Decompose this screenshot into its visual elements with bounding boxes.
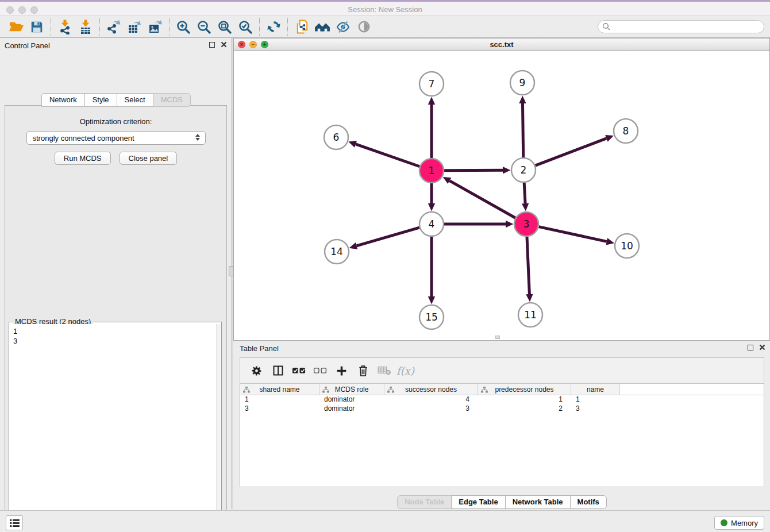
tab-network[interactable]: Network xyxy=(41,93,85,107)
memory-button[interactable]: Memory xyxy=(714,516,764,530)
svg-text:10: 10 xyxy=(621,240,633,252)
tab-edge-table[interactable]: Edge Table xyxy=(451,495,505,509)
column-header-predecessor-nodes[interactable]: predecessor nodes xyxy=(478,384,571,395)
table-row[interactable]: 3dominator323 xyxy=(240,404,764,414)
tab-network-table[interactable]: Network Table xyxy=(505,495,571,509)
float-panel-icon[interactable] xyxy=(209,42,215,48)
cell-predecessor-nodes[interactable]: 1 xyxy=(478,395,571,404)
column-visibility-icon[interactable] xyxy=(267,360,288,381)
optimization-criterion-label: Optimization criterion: xyxy=(5,117,226,126)
mcds-result-text[interactable]: 1 3 xyxy=(10,324,216,532)
toolbar-separator xyxy=(287,18,288,36)
graph-node-3[interactable]: 3 xyxy=(514,212,538,236)
copy-view-icon[interactable] xyxy=(291,18,312,36)
graph-node-14[interactable]: 14 xyxy=(325,240,349,264)
column-type-icon xyxy=(481,387,488,393)
tab-motifs[interactable]: Motifs xyxy=(570,495,607,509)
graph-edge-2-3[interactable] xyxy=(524,183,525,203)
graph-edge-1-2[interactable] xyxy=(444,170,503,171)
graph-edge-3-11[interactable] xyxy=(527,237,529,294)
cell-successor-nodes[interactable]: 3 xyxy=(384,404,478,414)
svg-text:6: 6 xyxy=(333,132,340,143)
svg-text:9: 9 xyxy=(519,77,526,88)
graph-edge-2-8[interactable] xyxy=(536,138,607,165)
result-scrollbar[interactable] xyxy=(216,324,221,532)
dropdown-stepper-icon xyxy=(195,134,200,141)
network-canvas[interactable]: 7968124314101511 xyxy=(234,51,769,340)
run-mcds-button[interactable]: Run MCDS xyxy=(55,152,111,165)
node-table: shared nameMCDS rolesuccessor nodesprede… xyxy=(240,384,764,487)
graph-edge-4-14[interactable] xyxy=(357,228,419,246)
search-input[interactable] xyxy=(598,20,764,33)
home-layout-icon[interactable] xyxy=(312,18,333,36)
graph-edge-1-6[interactable] xyxy=(356,144,419,167)
network-title: scc.txt xyxy=(234,40,769,49)
hide-selected-icon[interactable] xyxy=(333,18,353,36)
close-panel-icon[interactable] xyxy=(221,41,227,48)
table-row[interactable]: 1dominator411 xyxy=(240,395,764,404)
svg-text:14: 14 xyxy=(330,246,343,257)
svg-text:3: 3 xyxy=(523,218,530,230)
table-panel-header: Table Panel xyxy=(233,341,770,356)
add-column-icon[interactable] xyxy=(331,360,352,381)
network-graph[interactable]: 7968124314101511 xyxy=(234,51,770,340)
optimization-criterion-select[interactable]: strongly connected component xyxy=(26,131,206,145)
close-panel-button[interactable]: Close panel xyxy=(120,152,178,165)
close-table-panel-icon[interactable] xyxy=(759,344,765,350)
svg-text:7: 7 xyxy=(429,78,435,90)
cell-shared-name[interactable]: 3 xyxy=(240,404,319,414)
graph-node-4[interactable]: 4 xyxy=(419,212,444,236)
table-body: 1dominator4113dominator323 xyxy=(240,395,764,414)
column-header-MCDS-role[interactable]: MCDS role xyxy=(319,384,384,395)
zoom-out-icon[interactable] xyxy=(194,18,214,36)
import-table-icon[interactable] xyxy=(75,18,96,36)
memory-label: Memory xyxy=(731,519,758,527)
cell-MCDS-role[interactable]: dominator xyxy=(319,404,384,414)
column-header-shared-name[interactable]: shared name xyxy=(240,384,319,395)
save-session-icon[interactable] xyxy=(26,18,47,36)
graph-node-2[interactable]: 2 xyxy=(511,158,536,182)
import-network-icon[interactable] xyxy=(55,18,75,36)
graph-node-6[interactable]: 6 xyxy=(324,125,348,149)
column-header-successor-nodes[interactable]: successor nodes xyxy=(384,384,478,395)
tab-style[interactable]: Style xyxy=(84,93,117,107)
deselect-all-icon[interactable] xyxy=(310,360,331,381)
graph-node-9[interactable]: 9 xyxy=(510,71,534,95)
refresh-view-icon[interactable] xyxy=(263,18,284,36)
graph-node-7[interactable]: 7 xyxy=(419,72,444,96)
control-panel: Control Panel NetworkStyleSelectMCDS Opt… xyxy=(0,38,232,509)
export-network-icon[interactable] xyxy=(103,18,124,36)
delete-column-trash-icon[interactable] xyxy=(352,360,374,381)
cell-shared-name[interactable]: 1 xyxy=(240,395,319,404)
graph-node-11[interactable]: 11 xyxy=(518,303,542,327)
zoom-selected-icon[interactable] xyxy=(235,18,256,36)
graph-node-8[interactable]: 8 xyxy=(614,119,638,143)
cell-name[interactable]: 3 xyxy=(571,404,620,414)
cell-name[interactable]: 1 xyxy=(571,395,620,404)
select-all-icon[interactable] xyxy=(288,360,310,381)
float-table-panel-icon[interactable] xyxy=(748,345,753,350)
export-image-icon[interactable] xyxy=(145,18,165,36)
cell-MCDS-role[interactable]: dominator xyxy=(319,395,384,404)
graph-node-10[interactable]: 10 xyxy=(615,234,639,258)
export-table-icon[interactable] xyxy=(124,18,145,36)
zoom-in-icon[interactable] xyxy=(173,18,194,36)
session-title: Session: New Session xyxy=(0,5,770,14)
tab-node-table[interactable]: Node Table xyxy=(397,495,452,509)
cell-successor-nodes[interactable]: 4 xyxy=(384,395,478,404)
open-session-icon[interactable] xyxy=(6,18,26,36)
graph-node-15[interactable]: 15 xyxy=(419,305,444,329)
graph-edge-3-1[interactable] xyxy=(449,181,515,218)
graph-edge-3-10[interactable] xyxy=(538,227,606,242)
mcds-result-group: MCDS result (2 nodes) 1 3 xyxy=(9,322,222,532)
column-header-name[interactable]: name xyxy=(571,384,620,395)
network-resize-grip[interactable] xyxy=(495,336,500,339)
graph-edge-2-9[interactable] xyxy=(522,103,523,157)
task-history-button[interactable] xyxy=(6,515,23,530)
table-settings-gear-icon[interactable] xyxy=(246,360,267,381)
tab-select[interactable]: Select xyxy=(117,93,153,107)
cell-predecessor-nodes[interactable]: 2 xyxy=(478,404,571,414)
graph-node-1[interactable]: 1 xyxy=(419,159,444,183)
zoom-fit-icon[interactable] xyxy=(214,18,235,36)
tab-mcds[interactable]: MCDS xyxy=(153,93,191,107)
